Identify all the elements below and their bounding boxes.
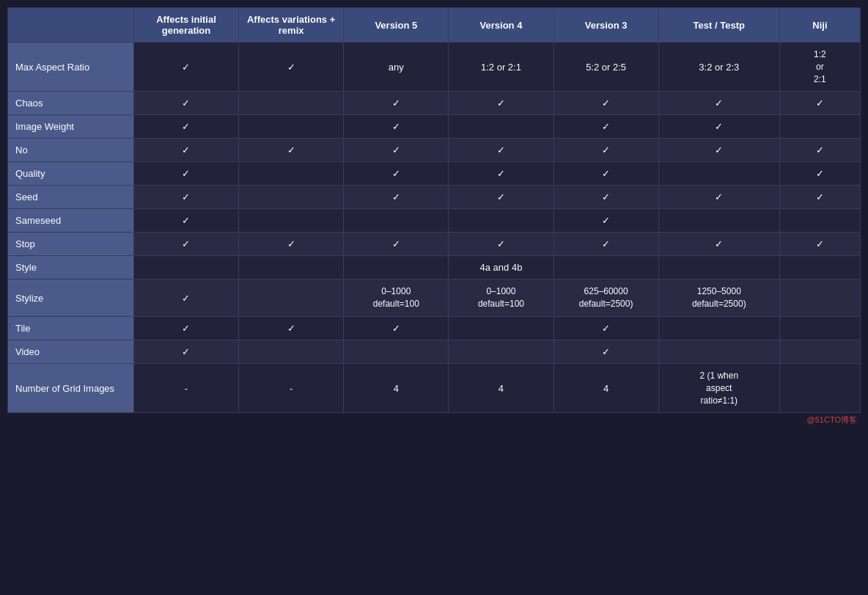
cell-11-affects_initial: ✓ <box>133 340 238 363</box>
cell-9-version5: 0–1000 default=100 <box>344 280 449 317</box>
watermark: @51CTO博客 <box>7 413 861 427</box>
cell-5-version4: ✓ <box>449 186 553 209</box>
cell-0-test_testp: 3:2 or 2:3 <box>658 43 779 92</box>
cell-2-affects_initial: ✓ <box>133 115 238 139</box>
cell-0-version4: 1:2 or 2:1 <box>449 43 553 92</box>
cell-0-affects_variations: ✓ <box>239 43 344 92</box>
cell-10-affects_variations: ✓ <box>239 316 344 340</box>
cell-2-affects_variations <box>239 115 344 139</box>
cell-1-niji: ✓ <box>779 92 860 115</box>
cell-7-affects_variations: ✓ <box>239 233 344 256</box>
cell-1-version4: ✓ <box>449 92 553 115</box>
cell-8-version5 <box>344 256 449 280</box>
cell-9-niji <box>779 280 860 317</box>
comparison-table: Affects initial generation Affects varia… <box>7 7 861 413</box>
cell-12-version4: 4 <box>449 363 553 412</box>
cell-3-feature: No <box>8 139 134 162</box>
cell-5-version3: ✓ <box>553 186 658 209</box>
cell-4-version3: ✓ <box>553 162 658 186</box>
table-row: Tile✓✓✓✓ <box>8 316 861 340</box>
cell-9-feature: Stylize <box>8 280 134 317</box>
cell-7-version5: ✓ <box>344 233 449 256</box>
cell-0-version3: 5:2 or 2:5 <box>553 43 658 92</box>
cell-3-niji: ✓ <box>779 139 860 162</box>
cell-11-version5 <box>344 340 449 363</box>
cell-4-feature: Quality <box>8 162 134 186</box>
table-row: Sameseed✓✓ <box>8 209 861 233</box>
header-feature <box>8 8 134 43</box>
comparison-table-wrapper: Affects initial generation Affects varia… <box>7 7 861 427</box>
cell-8-affects_variations <box>239 256 344 280</box>
header-version5: Version 5 <box>344 8 449 43</box>
table-row: Max Aspect Ratio✓✓any1:2 or 2:15:2 or 2:… <box>8 43 861 92</box>
cell-10-version3: ✓ <box>553 316 658 340</box>
header-niji: Niji <box>779 8 860 43</box>
cell-4-niji: ✓ <box>779 162 860 186</box>
cell-4-version5: ✓ <box>344 162 449 186</box>
cell-9-affects_initial: ✓ <box>133 280 238 317</box>
cell-0-feature: Max Aspect Ratio <box>8 43 134 92</box>
cell-11-version3: ✓ <box>553 340 658 363</box>
cell-10-feature: Tile <box>8 316 134 340</box>
cell-12-test_testp: 2 (1 when aspect ratio≠1:1) <box>658 363 779 412</box>
cell-9-test_testp: 1250–5000 default=2500) <box>658 280 779 317</box>
cell-3-affects_variations: ✓ <box>239 139 344 162</box>
cell-12-affects_variations: - <box>239 363 344 412</box>
cell-11-version4 <box>449 340 553 363</box>
cell-1-version3: ✓ <box>553 92 658 115</box>
cell-12-niji <box>779 363 860 412</box>
cell-10-affects_initial: ✓ <box>133 316 238 340</box>
cell-4-affects_variations <box>239 162 344 186</box>
cell-12-version5: 4 <box>344 363 449 412</box>
cell-0-affects_initial: ✓ <box>133 43 238 92</box>
cell-6-version4 <box>449 209 553 233</box>
cell-10-niji <box>779 316 860 340</box>
cell-9-version4: 0–1000 default=100 <box>449 280 553 317</box>
table-row: Quality✓✓✓✓✓ <box>8 162 861 186</box>
table-row: Number of Grid Images--4442 (1 when aspe… <box>8 363 861 412</box>
cell-2-test_testp: ✓ <box>658 115 779 139</box>
cell-5-niji: ✓ <box>779 186 860 209</box>
header-test-testp: Test / Testp <box>658 8 779 43</box>
table-row: Video✓✓ <box>8 340 861 363</box>
cell-6-affects_variations <box>239 209 344 233</box>
cell-2-version3: ✓ <box>553 115 658 139</box>
cell-4-affects_initial: ✓ <box>133 162 238 186</box>
header-affects-variations: Affects variations + remix <box>239 8 344 43</box>
cell-11-affects_variations <box>239 340 344 363</box>
table-row: No✓✓✓✓✓✓✓ <box>8 139 861 162</box>
cell-0-niji: 1:2 or 2:1 <box>779 43 860 92</box>
cell-1-test_testp: ✓ <box>658 92 779 115</box>
cell-10-version4 <box>449 316 553 340</box>
cell-12-feature: Number of Grid Images <box>8 363 134 412</box>
cell-7-version4: ✓ <box>449 233 553 256</box>
table-row: Chaos✓✓✓✓✓✓ <box>8 92 861 115</box>
cell-6-version5 <box>344 209 449 233</box>
table-row: Stop✓✓✓✓✓✓✓ <box>8 233 861 256</box>
cell-3-version3: ✓ <box>553 139 658 162</box>
cell-8-version4: 4a and 4b <box>449 256 553 280</box>
header-version4: Version 4 <box>449 8 553 43</box>
cell-1-version5: ✓ <box>344 92 449 115</box>
cell-5-affects_variations <box>239 186 344 209</box>
cell-1-feature: Chaos <box>8 92 134 115</box>
cell-4-test_testp <box>658 162 779 186</box>
cell-7-test_testp: ✓ <box>658 233 779 256</box>
cell-12-affects_initial: - <box>133 363 238 412</box>
header-affects-initial: Affects initial generation <box>133 8 238 43</box>
cell-3-test_testp: ✓ <box>658 139 779 162</box>
cell-7-affects_initial: ✓ <box>133 233 238 256</box>
cell-5-affects_initial: ✓ <box>133 186 238 209</box>
cell-9-affects_variations <box>239 280 344 317</box>
cell-2-version4 <box>449 115 553 139</box>
cell-4-version4: ✓ <box>449 162 553 186</box>
cell-8-affects_initial <box>133 256 238 280</box>
cell-6-niji <box>779 209 860 233</box>
cell-8-test_testp <box>658 256 779 280</box>
cell-2-feature: Image Weight <box>8 115 134 139</box>
cell-6-test_testp <box>658 209 779 233</box>
cell-11-test_testp <box>658 340 779 363</box>
cell-2-version5: ✓ <box>344 115 449 139</box>
table-row: Image Weight✓✓✓✓ <box>8 115 861 139</box>
cell-10-version5: ✓ <box>344 316 449 340</box>
